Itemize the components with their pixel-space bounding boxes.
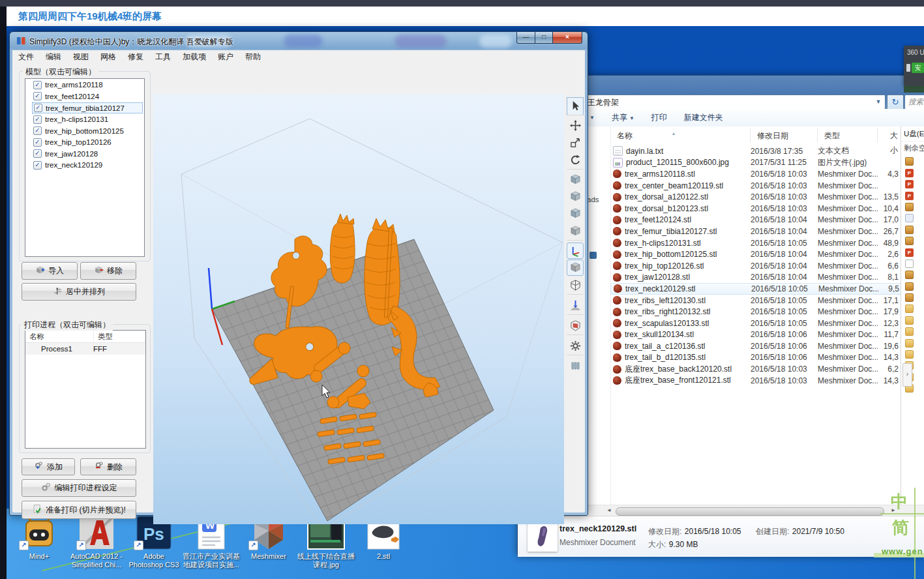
view-cube-3-icon[interactable] xyxy=(567,205,584,222)
table-row[interactable]: trex_neck120129.stl2016/5/18 10:05Meshmi… xyxy=(610,283,901,295)
print-button[interactable]: 打印 xyxy=(651,112,667,123)
move-tool-icon[interactable] xyxy=(567,117,584,134)
table-row[interactable]: product_120115_800x600.jpg2017/5/31 11:2… xyxy=(610,157,901,169)
folder-media-icon[interactable] xyxy=(905,282,914,291)
menu-item-网格[interactable]: 网格 xyxy=(95,52,122,63)
column-header-1[interactable]: 修改日期 xyxy=(751,128,818,143)
checkbox-icon[interactable]: ✓ xyxy=(33,126,42,135)
model-vertebrae-small[interactable] xyxy=(330,221,355,283)
table-row[interactable]: trex_femur_tibia120127.stl2016/5/18 10:0… xyxy=(610,226,901,237)
folder-icon[interactable] xyxy=(905,304,914,313)
table-row[interactable]: trex_tail_a_c120136.stl2016/5/18 10:06Me… xyxy=(610,340,901,352)
column-header-0[interactable]: 名称▴ xyxy=(610,128,751,143)
edit-process-button[interactable]: 编辑打印进程设定 xyxy=(22,479,136,497)
new-folder-button[interactable]: 新建文件夹 xyxy=(684,112,723,123)
model-list-item[interactable]: ✓trex_h-clips120131 xyxy=(32,114,143,125)
table-row[interactable]: 底座trex_base_front120121.stl2016/5/18 10:… xyxy=(610,375,901,387)
table-row[interactable]: trex_tail_b_d120135.stl2016/5/18 10:06Me… xyxy=(610,352,901,364)
table-row[interactable]: trex_skull120134.stl2016/5/18 10:06Meshm… xyxy=(610,329,901,341)
process-col-name[interactable]: 名称 xyxy=(25,331,94,342)
menu-item-加载项[interactable]: 加载项 xyxy=(177,52,212,63)
menu-item-视图[interactable]: 视图 xyxy=(67,52,95,63)
ppt-icon[interactable]: P xyxy=(905,169,914,177)
table-row[interactable]: trex_center_beam120119.stl2016/5/18 10:0… xyxy=(610,180,901,192)
table-row[interactable]: trex_arms120118.stl2016/5/18 10:03Meshmi… xyxy=(610,168,901,180)
panel-expander-button[interactable]: › xyxy=(902,363,912,387)
minimize-button[interactable]: — xyxy=(516,32,535,44)
ppt-icon[interactable]: P xyxy=(905,192,914,200)
select-tool-icon[interactable] xyxy=(567,97,584,115)
scrollbar-thumb[interactable] xyxy=(616,507,884,516)
process-col-type[interactable]: 类型 xyxy=(94,331,145,342)
checkbox-icon[interactable]: ✓ xyxy=(33,149,42,158)
nav-item-fragment[interactable]: ads xyxy=(587,196,599,203)
menu-item-编辑[interactable]: 编辑 xyxy=(40,52,67,63)
scroll-left-icon[interactable]: ◄ xyxy=(606,507,612,513)
view-cube-4-icon[interactable] xyxy=(567,222,584,241)
wireframe-view-icon[interactable] xyxy=(567,276,584,295)
doc-icon[interactable] xyxy=(905,260,914,268)
folder-media-icon[interactable] xyxy=(905,237,914,245)
supports-icon[interactable] xyxy=(567,357,584,374)
delete-process-button[interactable]: 删除 xyxy=(80,458,136,475)
ppt-icon[interactable]: P xyxy=(905,180,914,188)
center-arrange-button[interactable]: 居中并排列 xyxy=(22,283,136,301)
table-row[interactable]: 底座trex_base_back120120.stl2016/5/18 10:0… xyxy=(610,363,901,375)
table-row[interactable]: trex_jaw120128.stl2016/5/18 10:04Meshmix… xyxy=(610,272,901,284)
model-list-item[interactable]: ✓trex_hip_top120126 xyxy=(32,137,143,148)
checkbox-icon[interactable]: ✓ xyxy=(33,81,42,89)
table-row[interactable]: trex_hip_bottom120125.stl2016/5/18 10:04… xyxy=(610,248,901,260)
image-icon[interactable] xyxy=(905,214,914,222)
menu-item-工具[interactable]: 工具 xyxy=(149,52,177,63)
model-list-item[interactable]: ✓trex_hip_bottom120125 xyxy=(32,126,143,137)
table-row[interactable]: trex_h-clips120131.stl2016/5/18 10:05Mes… xyxy=(610,237,901,249)
import-button[interactable]: 导入 xyxy=(22,262,78,280)
share-button[interactable]: 共享▼ xyxy=(612,112,634,123)
folder-icon[interactable] xyxy=(905,339,914,348)
folder-icon[interactable] xyxy=(905,327,914,336)
table-row[interactable]: trex_feet120124.stl2016/5/18 10:04Meshmi… xyxy=(610,215,901,226)
prepare-print-button[interactable]: 准备打印 (切片并预览)! xyxy=(22,501,136,519)
checkbox-icon[interactable]: ✓ xyxy=(34,104,42,112)
model-list-item[interactable]: ✓trex_femur_tibia120127 xyxy=(32,102,143,113)
folder-media-icon[interactable] xyxy=(905,293,914,302)
folder-media-icon[interactable] xyxy=(905,203,914,211)
machine-settings-icon[interactable] xyxy=(567,337,584,355)
checkbox-icon[interactable]: ✓ xyxy=(33,115,42,124)
scale-tool-icon[interactable] xyxy=(567,134,584,151)
search-box[interactable]: 搜索 霸 xyxy=(904,95,924,110)
column-header-3[interactable]: 大小 xyxy=(878,128,901,143)
folder-icon[interactable] xyxy=(905,316,914,325)
model-list-item[interactable]: ✓trex_arms120118 xyxy=(32,80,143,91)
add-process-button[interactable]: 添加 xyxy=(22,458,75,475)
model-list-item[interactable]: ✓trex_feet120124 xyxy=(32,91,143,102)
rotate-tool-icon[interactable] xyxy=(567,151,584,170)
address-dropdown-icon[interactable]: ▼ xyxy=(873,96,884,107)
ppt-icon[interactable]: P xyxy=(905,248,914,257)
model-list-item[interactable]: ✓trex_neck120129 xyxy=(32,160,143,171)
folder-media-icon[interactable] xyxy=(905,271,914,279)
folder-media-icon[interactable] xyxy=(905,157,914,166)
drop-to-bed-icon[interactable] xyxy=(567,297,584,315)
menu-item-修复[interactable]: 修复 xyxy=(122,52,149,63)
simplify3d-titlebar[interactable]: Simplify3D (授权给中国人)by：晓龙汉化翻译 吾爱破解专版 — □ … xyxy=(10,32,588,50)
table-row[interactable]: trex_ribs_right120132.stl2016/5/18 10:05… xyxy=(610,306,901,318)
menu-item-文件[interactable]: 文件 xyxy=(12,52,40,63)
view-cube-2-icon[interactable] xyxy=(567,188,584,205)
column-header-2[interactable]: 类型 xyxy=(818,128,878,143)
table-row[interactable]: trex_dorsal_a120122.stl2016/5/18 10:03Me… xyxy=(610,191,901,203)
table-row[interactable]: trex_hip_top120126.stl2016/5/18 10:04Mes… xyxy=(610,260,901,272)
checkbox-icon[interactable]: ✓ xyxy=(33,92,42,100)
process-row[interactable]: Process1FFF xyxy=(25,343,145,355)
cross-section-icon[interactable] xyxy=(567,317,584,335)
solid-view-icon[interactable] xyxy=(567,260,584,276)
table-row[interactable]: trex_ribs_left120130.stl2016/5/18 10:05M… xyxy=(610,295,901,306)
chevron-down-icon[interactable]: ▼ xyxy=(589,115,595,121)
table-row[interactable]: dayin.la.txt2016/3/8 17:35文本文档 xyxy=(610,145,901,157)
desktop-icon-autocad[interactable]: ↗AutoCAD 2012 - Simplified Chi... xyxy=(68,512,125,569)
close-button[interactable]: × xyxy=(553,32,582,44)
remove-button[interactable]: 移除 xyxy=(80,262,136,280)
table-row[interactable]: trex_scapulas120133.stl2016/5/18 10:05Me… xyxy=(610,318,901,329)
viewport-3d[interactable] xyxy=(153,94,564,524)
model-list-item[interactable]: ✓trex_jaw120128 xyxy=(32,149,143,160)
